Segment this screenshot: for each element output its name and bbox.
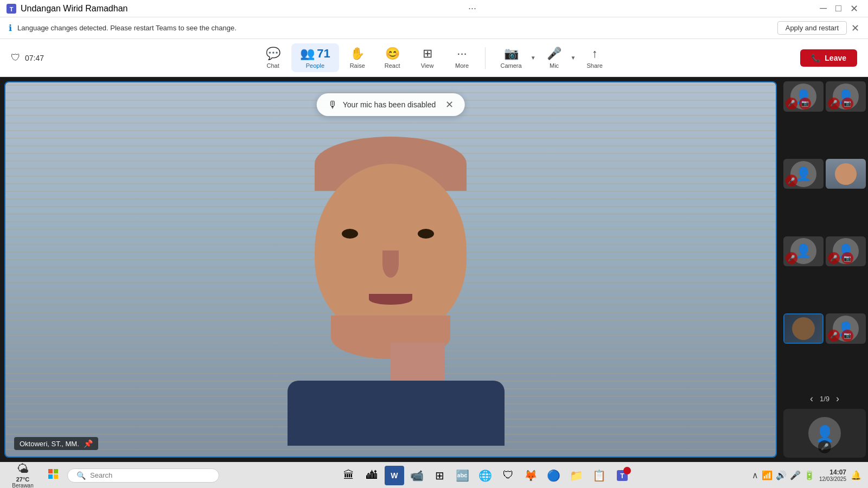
tile-5-mic-icon: 🎤 <box>786 252 797 264</box>
participant-tile-3: 👤 🎤 <box>783 159 824 189</box>
tile-8-icons: 🎤 📷 <box>828 330 853 342</box>
taskbar-app-grid[interactable]: ⊞ <box>430 466 450 485</box>
main-video-area: 🎙 Your mic has been disabled ✕ Oktoweri,… <box>4 81 777 458</box>
camera-group: 📷 Camera ▼ <box>492 43 536 72</box>
search-input[interactable] <box>90 471 199 479</box>
tile-1-cam-icon: 📷 <box>799 98 811 110</box>
app-title: Undangan Wirid Ramadhan <box>21 4 127 14</box>
participant-pin-icon: 📌 <box>84 439 93 448</box>
taskbar-app-shield[interactable]: 🛡 <box>499 466 518 485</box>
notification-message: Language changes detected. Please restar… <box>17 24 237 32</box>
leave-button[interactable]: 📞 Leave <box>800 49 857 67</box>
bottom-mic-icon: 🎤 <box>818 440 831 453</box>
tile-4-video <box>826 159 866 189</box>
toast-close-button[interactable]: ✕ <box>445 99 454 111</box>
taskbar-app-teams[interactable]: T <box>612 466 632 485</box>
mic-disabled-toast: 🎙 Your mic has been disabled ✕ <box>317 93 465 116</box>
pagination-prev[interactable]: ‹ <box>810 393 813 404</box>
pagination: ‹ 1/9 › <box>783 391 866 407</box>
taskbar-app-lang[interactable]: 🔤 <box>453 466 473 485</box>
taskbar: 🌤 27°C Berawan 🔍 🏛 🏙 W 📹 ⊞ 🔤 🌐 🛡 🦊 🔵 📁 📋 <box>0 462 868 488</box>
notification-bell[interactable]: 🔔 <box>851 470 861 480</box>
systray-expand[interactable]: ∧ <box>752 470 758 480</box>
tile-2-icons: 🎤 📷 <box>828 98 853 110</box>
camera-button[interactable]: 📷 Camera <box>492 43 531 72</box>
tile-8-mic-icon: 🎤 <box>828 330 840 342</box>
more-icon: ··· <box>457 47 467 61</box>
share-button[interactable]: ↑ Share <box>578 43 611 72</box>
taskbar-app-notes[interactable]: 📋 <box>590 466 609 485</box>
taskbar-app-firefox[interactable]: 🦊 <box>521 466 541 485</box>
taskbar-app-edge[interactable]: 🔵 <box>544 466 564 485</box>
svg-rect-4 <box>48 474 53 479</box>
maximize-button[interactable]: □ <box>832 3 845 15</box>
info-icon: ℹ <box>9 23 12 33</box>
participant-label: Oktoweri, ST., MM. 📌 <box>14 437 98 450</box>
camera-icon: 📷 <box>504 47 519 61</box>
mic-disabled-message: Your mic has been disabled <box>343 100 436 109</box>
main-content: 🎙 Your mic has been disabled ✕ Oktoweri,… <box>0 77 868 462</box>
toolbar-divider <box>485 47 486 69</box>
tile-8-cam-icon: 📷 <box>841 330 853 342</box>
tile-5-icons: 🎤 <box>786 252 797 264</box>
call-timer: 07:47 <box>25 54 44 62</box>
audio-icon[interactable]: 🔊 <box>776 470 787 480</box>
taskbar-app-city[interactable]: 🏙 <box>362 466 381 485</box>
more-button[interactable]: ··· More <box>446 43 478 72</box>
tile-6-icons: 🎤 📷 <box>828 252 853 264</box>
tile-1-mic-icon: 🎤 <box>786 98 797 110</box>
side-panel: 👤 🎤 📷 👤 🎤 📷 👤 🎤 <box>781 77 868 462</box>
tile-3-icons: 🎤 <box>786 175 797 187</box>
participant-name: Oktoweri, ST., MM. <box>20 440 79 448</box>
tile-6-cam-icon: 📷 <box>841 252 853 264</box>
title-bar: T Undangan Wirid Ramadhan ··· ─ □ ✕ <box>0 0 868 17</box>
view-button[interactable]: ⊞ View <box>411 43 444 72</box>
minimize-button[interactable]: ─ <box>816 3 830 15</box>
taskbar-app-video[interactable]: 📹 <box>407 466 427 485</box>
camera-dropdown-arrow[interactable]: ▼ <box>531 55 536 61</box>
apply-restart-button[interactable]: Apply and restart <box>777 21 847 35</box>
mic-dropdown-arrow[interactable]: ▼ <box>571 55 576 61</box>
svg-rect-5 <box>54 474 58 479</box>
weather-icon: 🌤 <box>17 462 29 476</box>
teams-badge <box>623 467 631 474</box>
people-button[interactable]: 👥 71 People <box>291 43 339 72</box>
tile-2-cam-icon: 📷 <box>841 98 853 110</box>
close-button[interactable]: ✕ <box>847 3 861 15</box>
taskbar-apps: 🏛 🏙 W 📹 ⊞ 🔤 🌐 🛡 🦊 🔵 📁 📋 T <box>224 466 748 485</box>
chat-button[interactable]: 💬 Chat <box>257 43 289 72</box>
toolbar: 🛡 07:47 💬 Chat 👥 71 People ✋ Raise 😊 Rea… <box>0 39 868 77</box>
react-button[interactable]: 😊 React <box>376 43 409 72</box>
participant-tile-5: 👤 🎤 <box>783 236 824 267</box>
mic-group: 🎤 Mic ▼ <box>538 43 576 72</box>
network-icon: 📶 <box>762 470 773 480</box>
pagination-next[interactable]: › <box>836 393 839 404</box>
taskbar-app-browser[interactable]: 🌐 <box>476 466 495 485</box>
mic-icon: 🎤 <box>547 47 561 61</box>
svg-rect-2 <box>48 469 53 473</box>
leave-phone-icon: 📞 <box>811 54 820 62</box>
bottom-tile: 👤 🎤 <box>783 409 866 458</box>
start-button[interactable] <box>43 466 63 485</box>
mic-sys-icon[interactable]: 🎤 <box>790 470 801 480</box>
participant-tile-self <box>783 313 824 344</box>
taskbar-app-word[interactable]: W <box>385 466 404 485</box>
taskbar-app-folder[interactable]: 📁 <box>567 466 586 485</box>
taskbar-right: ∧ 📶 🔊 🎤 🔋 14:07 12/03/2025 🔔 <box>752 468 861 482</box>
taskbar-app-files[interactable]: 🏛 <box>339 466 359 485</box>
raise-button[interactable]: ✋ Raise <box>341 43 374 72</box>
mic-button[interactable]: 🎤 Mic <box>538 43 571 72</box>
datetime-display[interactable]: 14:07 12/03/2025 <box>819 468 846 482</box>
toast-mic-icon: 🎙 <box>328 99 337 111</box>
shield-icon: 🛡 <box>11 52 21 63</box>
title-bar-dots: ··· <box>468 3 476 14</box>
svg-text:T: T <box>10 6 14 12</box>
notification-close-button[interactable]: ✕ <box>851 22 859 34</box>
pagination-text: 1/9 <box>820 395 829 403</box>
people-icon: 👥 <box>300 47 315 61</box>
participant-grid: 👤 🎤 📷 👤 🎤 📷 👤 🎤 <box>783 81 866 389</box>
taskbar-search-box[interactable]: 🔍 <box>67 468 219 483</box>
participant-tile-2: 👤 🎤 📷 <box>826 81 866 112</box>
notification-bar: ℹ Language changes detected. Please rest… <box>0 17 868 39</box>
raise-icon: ✋ <box>350 47 365 61</box>
